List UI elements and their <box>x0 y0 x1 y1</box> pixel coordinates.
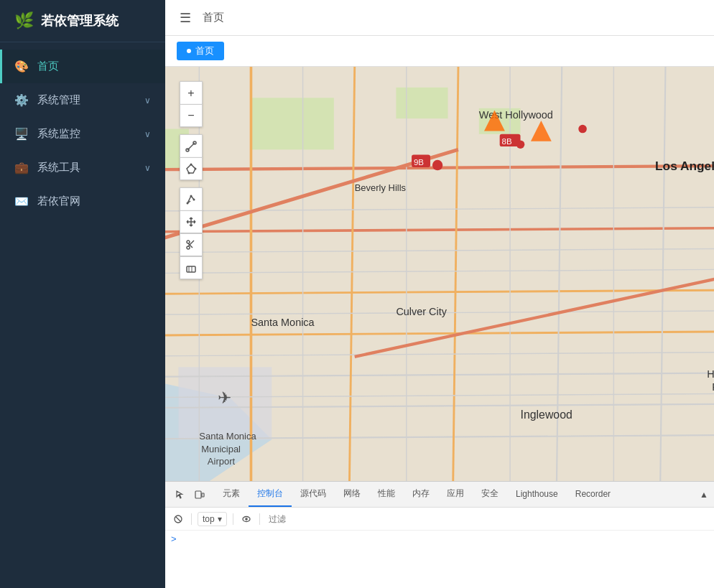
move-button[interactable] <box>180 210 203 233</box>
devtools-content: > <box>165 531 714 588</box>
svg-point-36 <box>432 160 442 170</box>
context-selector[interactable]: top ▾ <box>198 512 227 526</box>
edit-controls <box>180 187 203 279</box>
cut-button[interactable] <box>180 233 203 256</box>
sidebar: 🌿 若依管理系统 🎨 首页 ⚙️ 系统管理 ∨ 🖥️ 系统监控 ∨ 💼 系统工具 <box>0 0 165 588</box>
svg-point-38 <box>578 125 587 134</box>
tab-memory[interactable]: 内存 <box>404 482 438 507</box>
chevron-down-icon: ∨ <box>144 129 151 139</box>
svg-rect-4 <box>396 88 448 118</box>
svg-text:Beverly Hills: Beverly Hills <box>355 182 407 193</box>
svg-rect-79 <box>195 491 201 498</box>
sidebar-item-website[interactable]: ✉️ 若依官网 <box>0 185 165 218</box>
console-filter-input[interactable] <box>266 513 708 526</box>
cursor-tool-icon[interactable] <box>171 486 188 503</box>
sidebar-item-label: 系统监控 <box>37 127 80 141</box>
svg-point-70 <box>190 195 193 197</box>
svg-text:Santa Monica: Santa Monica <box>251 317 315 328</box>
edit-icon <box>185 194 197 205</box>
svg-point-69 <box>187 202 189 204</box>
sidebar-item-home[interactable]: 🎨 首页 <box>0 50 165 83</box>
map-area: West Hollywood Beverly Hills Los Angeles… <box>165 67 714 481</box>
console-arrow-icon: > <box>171 533 177 544</box>
header-bar: ☰ 首页 <box>165 0 714 36</box>
edit-button[interactable] <box>180 187 203 210</box>
context-label: top <box>203 514 215 524</box>
svg-text:Municipal: Municipal <box>201 444 241 454</box>
erase-button[interactable] <box>180 256 203 279</box>
svg-marker-62 <box>187 164 195 173</box>
recorder-icon: ▲ <box>700 490 708 500</box>
svg-text:Santa Monica: Santa Monica <box>199 431 256 442</box>
header-title: 首页 <box>203 11 224 24</box>
app-container: 🌿 若依管理系统 🎨 首页 ⚙️ 系统管理 ∨ 🖥️ 系统监控 ∨ 💼 系统工具 <box>0 0 714 588</box>
devtools-tabs: 元素 控制台 源代码 网络 性能 内存 应用 安全 Lighthouse Rec… <box>165 482 714 508</box>
sidebar-item-label: 若依官网 <box>37 195 80 208</box>
menu-toggle-button[interactable]: ☰ <box>180 10 191 26</box>
tab-security[interactable]: 安全 <box>473 482 507 507</box>
sidebar-item-monitor[interactable]: 🖥️ 系统监控 ∨ <box>0 117 165 151</box>
svg-text:Huntington: Huntington <box>707 368 714 380</box>
svg-rect-76 <box>187 266 195 272</box>
svg-point-72 <box>187 246 190 249</box>
map-svg: West Hollywood Beverly Hills Los Angeles… <box>165 67 714 481</box>
tab-dot <box>187 49 191 53</box>
tab-performance[interactable]: 性能 <box>369 482 404 507</box>
svg-text:Inglewood: Inglewood <box>521 409 572 421</box>
draw-polygon-button[interactable] <box>180 157 203 180</box>
draw-controls <box>180 134 203 180</box>
tab-sources[interactable]: 源代码 <box>292 482 335 507</box>
cut-icon <box>185 239 197 251</box>
svg-rect-3 <box>251 98 333 149</box>
svg-text:Airport: Airport <box>208 456 236 467</box>
sidebar-item-system[interactable]: ⚙️ 系统管理 ∨ <box>0 83 165 117</box>
erase-icon <box>185 262 197 274</box>
zoom-in-button[interactable]: + <box>180 81 203 104</box>
svg-point-71 <box>193 198 195 200</box>
map-canvas: West Hollywood Beverly Hills Los Angeles… <box>165 67 714 481</box>
context-dropdown-icon: ▾ <box>218 514 222 524</box>
draw-polygon-icon <box>185 163 197 174</box>
svg-point-64 <box>195 168 197 170</box>
tab-lighthouse[interactable]: Lighthouse <box>507 483 567 506</box>
sidebar-nav: 🎨 首页 ⚙️ 系统管理 ∨ 🖥️ 系统监控 ∨ 💼 系统工具 ∨ ✉️ 若依官… <box>0 42 165 588</box>
tab-elements[interactable]: 元素 <box>214 482 249 507</box>
sidebar-item-label: 首页 <box>37 60 59 73</box>
website-icon: ✉️ <box>14 195 29 208</box>
device-toggle-icon[interactable] <box>191 486 208 503</box>
sidebar-item-label: 系统工具 <box>37 161 80 174</box>
svg-text:✈: ✈ <box>218 388 231 407</box>
tab-network[interactable]: 网络 <box>335 482 369 507</box>
draw-line-button[interactable] <box>180 134 203 157</box>
tab-recorder[interactable]: Recorder <box>567 483 619 506</box>
divider2 <box>233 513 233 525</box>
main-content: ☰ 首页 首页 <box>165 0 714 588</box>
draw-line-icon <box>185 141 197 152</box>
svg-text:9B: 9B <box>414 158 424 167</box>
chevron-down-icon: ∨ <box>144 95 151 106</box>
devtools-toolbar: top ▾ <box>165 508 714 531</box>
zoom-out-button[interactable]: − <box>180 104 203 127</box>
svg-rect-80 <box>202 493 204 497</box>
svg-line-61 <box>187 143 195 150</box>
tab-console[interactable]: 控制台 <box>249 482 292 507</box>
tools-icon: 💼 <box>14 161 29 174</box>
svg-line-82 <box>176 516 181 521</box>
svg-point-63 <box>190 164 193 166</box>
block-icon[interactable] <box>171 512 185 526</box>
home-icon: 🎨 <box>14 60 29 73</box>
divider3 <box>259 513 260 525</box>
eye-icon[interactable] <box>239 512 254 526</box>
svg-text:Los Angeles: Los Angeles <box>655 159 714 173</box>
divider <box>191 513 192 525</box>
move-icon <box>185 216 197 228</box>
svg-text:8B: 8B <box>502 137 512 146</box>
map-controls: + − <box>180 81 203 285</box>
active-tab-pill[interactable]: 首页 <box>177 42 224 60</box>
sidebar-item-tools[interactable]: 💼 系统工具 ∨ <box>0 151 165 185</box>
tab-label: 首页 <box>195 45 214 57</box>
svg-point-65 <box>188 172 190 174</box>
svg-text:West Hollywood: West Hollywood <box>479 109 553 121</box>
tab-application[interactable]: 应用 <box>438 482 473 507</box>
logo-icon: 🌿 <box>14 11 34 30</box>
